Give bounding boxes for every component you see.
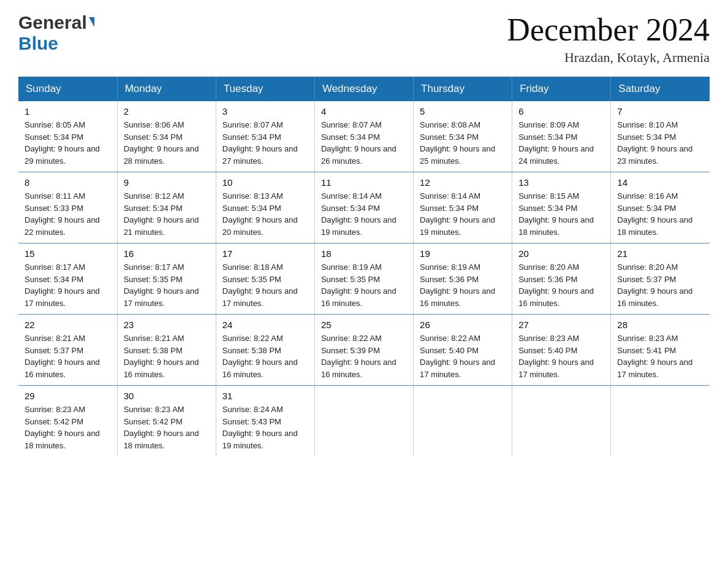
day-number: 1 [25,106,111,117]
day-info: Sunrise: 8:21 AMSunset: 5:37 PMDaylight:… [25,332,111,380]
day-info: Sunrise: 8:11 AMSunset: 5:33 PMDaylight:… [25,190,111,238]
calendar-cell [512,386,611,457]
calendar-cell: 21 Sunrise: 8:20 AMSunset: 5:37 PMDaylig… [611,243,710,315]
header-sunday: Sunday [18,77,117,101]
calendar-cell: 14 Sunrise: 8:16 AMSunset: 5:34 PMDaylig… [611,172,710,243]
day-info: Sunrise: 8:10 AMSunset: 5:34 PMDaylight:… [617,119,703,167]
day-number: 9 [124,177,210,188]
calendar-cell: 8 Sunrise: 8:11 AMSunset: 5:33 PMDayligh… [18,172,117,243]
day-number: 14 [617,177,703,188]
day-number: 25 [321,320,407,330]
calendar-cell: 19 Sunrise: 8:19 AMSunset: 5:36 PMDaylig… [414,243,512,315]
header-saturday: Saturday [611,77,710,101]
calendar-cell: 11 Sunrise: 8:14 AMSunset: 5:34 PMDaylig… [314,172,413,243]
calendar-cell: 17 Sunrise: 8:18 AMSunset: 5:35 PMDaylig… [216,243,314,315]
logo: General Blue [18,12,94,54]
calendar-cell: 20 Sunrise: 8:20 AMSunset: 5:36 PMDaylig… [512,243,611,315]
calendar-cell: 7 Sunrise: 8:10 AMSunset: 5:34 PMDayligh… [611,101,710,172]
calendar-cell: 6 Sunrise: 8:09 AMSunset: 5:34 PMDayligh… [512,101,611,172]
page-header: General Blue December 2024 Hrazdan, Kota… [18,12,710,66]
day-number: 28 [617,320,703,330]
calendar-cell: 12 Sunrise: 8:14 AMSunset: 5:34 PMDaylig… [414,172,512,243]
day-info: Sunrise: 8:13 AMSunset: 5:34 PMDaylight:… [222,190,308,238]
day-number: 4 [321,106,407,117]
day-info: Sunrise: 8:08 AMSunset: 5:34 PMDaylight:… [420,119,506,167]
calendar-cell: 25 Sunrise: 8:22 AMSunset: 5:39 PMDaylig… [314,315,413,386]
calendar-cell: 9 Sunrise: 8:12 AMSunset: 5:34 PMDayligh… [117,172,216,243]
day-number: 31 [222,391,308,401]
day-number: 23 [124,320,210,330]
day-info: Sunrise: 8:17 AMSunset: 5:35 PMDaylight:… [124,261,210,309]
day-number: 11 [321,177,407,188]
calendar-cell: 5 Sunrise: 8:08 AMSunset: 5:34 PMDayligh… [414,101,512,172]
day-info: Sunrise: 8:14 AMSunset: 5:34 PMDaylight:… [420,190,506,238]
calendar-cell: 18 Sunrise: 8:19 AMSunset: 5:35 PMDaylig… [314,243,413,315]
logo-general-text: General [18,12,87,33]
calendar-cell [314,386,413,457]
week-row-5: 29 Sunrise: 8:23 AMSunset: 5:42 PMDaylig… [18,386,710,457]
calendar-header-row: SundayMondayTuesdayWednesdayThursdayFrid… [18,77,710,101]
day-number: 5 [420,106,506,117]
day-info: Sunrise: 8:15 AMSunset: 5:34 PMDaylight:… [518,190,604,238]
day-info: Sunrise: 8:23 AMSunset: 5:42 PMDaylight:… [124,404,210,451]
day-info: Sunrise: 8:22 AMSunset: 5:40 PMDaylight:… [420,332,506,380]
calendar-cell: 15 Sunrise: 8:17 AMSunset: 5:34 PMDaylig… [18,243,117,315]
day-info: Sunrise: 8:23 AMSunset: 5:40 PMDaylight:… [518,332,604,380]
day-number: 18 [321,248,407,259]
calendar-cell: 22 Sunrise: 8:21 AMSunset: 5:37 PMDaylig… [18,315,117,386]
logo-blue-text: Blue [18,33,58,53]
calendar-cell: 24 Sunrise: 8:22 AMSunset: 5:38 PMDaylig… [216,315,314,386]
header-friday: Friday [512,77,611,101]
calendar-cell: 2 Sunrise: 8:06 AMSunset: 5:34 PMDayligh… [117,101,216,172]
day-info: Sunrise: 8:22 AMSunset: 5:39 PMDaylight:… [321,332,407,380]
week-row-4: 22 Sunrise: 8:21 AMSunset: 5:37 PMDaylig… [18,315,710,386]
day-number: 13 [518,177,604,188]
calendar-cell: 4 Sunrise: 8:07 AMSunset: 5:34 PMDayligh… [314,101,413,172]
day-number: 19 [420,248,506,259]
day-info: Sunrise: 8:14 AMSunset: 5:34 PMDaylight:… [321,190,407,238]
calendar-cell [414,386,512,457]
calendar-cell: 27 Sunrise: 8:23 AMSunset: 5:40 PMDaylig… [512,315,611,386]
day-info: Sunrise: 8:20 AMSunset: 5:36 PMDaylight:… [518,261,604,309]
logo-arrow-icon [89,17,94,27]
calendar-cell: 29 Sunrise: 8:23 AMSunset: 5:42 PMDaylig… [18,386,117,457]
day-number: 10 [222,177,308,188]
day-info: Sunrise: 8:16 AMSunset: 5:34 PMDaylight:… [617,190,703,238]
day-info: Sunrise: 8:23 AMSunset: 5:41 PMDaylight:… [617,332,703,380]
calendar-cell: 28 Sunrise: 8:23 AMSunset: 5:41 PMDaylig… [611,315,710,386]
day-number: 30 [124,391,210,401]
title-block: December 2024 Hrazdan, Kotayk, Armenia [507,12,710,66]
header-tuesday: Tuesday [216,77,314,101]
month-title: December 2024 [507,12,710,47]
day-info: Sunrise: 8:07 AMSunset: 5:34 PMDaylight:… [222,119,308,167]
day-info: Sunrise: 8:21 AMSunset: 5:38 PMDaylight:… [124,332,210,380]
day-number: 21 [617,248,703,259]
day-number: 6 [518,106,604,117]
calendar-cell: 16 Sunrise: 8:17 AMSunset: 5:35 PMDaylig… [117,243,216,315]
calendar-cell: 10 Sunrise: 8:13 AMSunset: 5:34 PMDaylig… [216,172,314,243]
day-number: 15 [25,248,111,259]
calendar-cell [611,386,710,457]
calendar-cell: 26 Sunrise: 8:22 AMSunset: 5:40 PMDaylig… [414,315,512,386]
week-row-1: 1 Sunrise: 8:05 AMSunset: 5:34 PMDayligh… [18,101,710,172]
header-monday: Monday [117,77,216,101]
day-info: Sunrise: 8:22 AMSunset: 5:38 PMDaylight:… [222,332,308,380]
day-number: 20 [518,248,604,259]
day-info: Sunrise: 8:17 AMSunset: 5:34 PMDaylight:… [25,261,111,309]
day-number: 24 [222,320,308,330]
location-title: Hrazdan, Kotayk, Armenia [507,50,710,66]
day-info: Sunrise: 8:09 AMSunset: 5:34 PMDaylight:… [518,119,604,167]
calendar-cell: 30 Sunrise: 8:23 AMSunset: 5:42 PMDaylig… [117,386,216,457]
day-info: Sunrise: 8:07 AMSunset: 5:34 PMDaylight:… [321,119,407,167]
day-number: 29 [25,391,111,401]
week-row-2: 8 Sunrise: 8:11 AMSunset: 5:33 PMDayligh… [18,172,710,243]
calendar-cell: 3 Sunrise: 8:07 AMSunset: 5:34 PMDayligh… [216,101,314,172]
day-info: Sunrise: 8:19 AMSunset: 5:36 PMDaylight:… [420,261,506,309]
day-info: Sunrise: 8:12 AMSunset: 5:34 PMDaylight:… [124,190,210,238]
calendar-cell: 13 Sunrise: 8:15 AMSunset: 5:34 PMDaylig… [512,172,611,243]
week-row-3: 15 Sunrise: 8:17 AMSunset: 5:34 PMDaylig… [18,243,710,315]
day-number: 26 [420,320,506,330]
header-wednesday: Wednesday [314,77,413,101]
day-info: Sunrise: 8:19 AMSunset: 5:35 PMDaylight:… [321,261,407,309]
day-number: 7 [617,106,703,117]
